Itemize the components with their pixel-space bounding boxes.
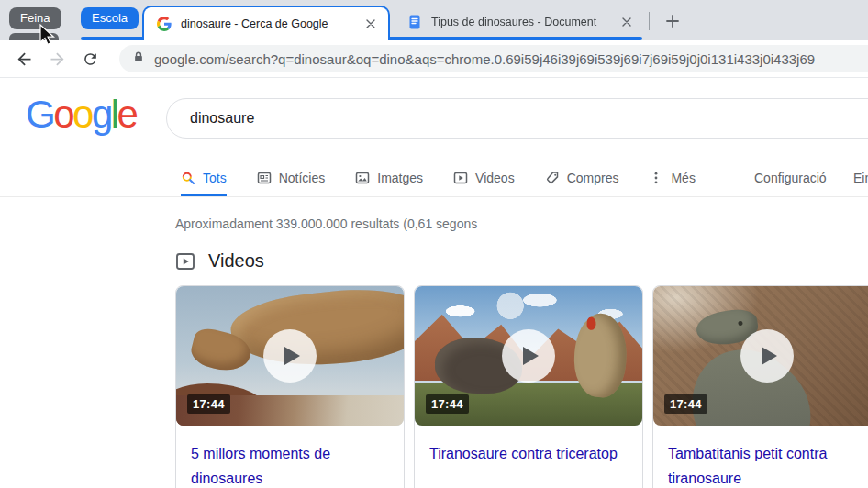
lock-icon	[132, 50, 145, 67]
nav-tab-label: Tots	[203, 171, 227, 185]
tab-divider	[649, 12, 650, 30]
browser-window: Feina Escola dinosaure - Cerca de Google	[0, 0, 868, 488]
nav-tab-label: Videos	[475, 171, 515, 185]
forward-button[interactable]	[45, 47, 69, 71]
video-duration-badge: 17:44	[426, 394, 469, 414]
video-title-link[interactable]: Tiranosaure contra triceratop	[415, 426, 642, 479]
video-duration-badge: 17:44	[664, 394, 707, 414]
videos-section-header: Videos	[175, 250, 264, 272]
nav-tab-label: Compres	[567, 171, 619, 185]
divider	[0, 196, 868, 197]
search-results-page: Google Tots Notícies	[0, 78, 868, 488]
tools-link[interactable]: Eines	[853, 171, 868, 185]
news-icon	[257, 171, 272, 185]
video-card: 17:44 Tiranosaure contra triceratop	[414, 285, 643, 488]
logo-letter: e	[117, 93, 137, 136]
result-stats: Aproximadament 339.000.000 resultats (0,…	[175, 216, 477, 231]
video-card: 17:44 Tambatitanis petit contra tiranosa…	[652, 285, 868, 488]
google-logo[interactable]: Google	[26, 95, 136, 134]
search-input[interactable]	[188, 109, 868, 128]
videos-section-icon	[175, 251, 195, 272]
browser-toolbar: google.com/search?q=dinosaur&oq=dino&aqs…	[0, 40, 868, 78]
nav-tab-tots[interactable]: Tots	[181, 160, 227, 196]
search-box[interactable]	[166, 98, 868, 139]
result-type-nav: Tots Notícies Imatges	[0, 160, 868, 196]
tab-title: Tipus de dinosaures - Document	[431, 16, 618, 28]
video-thumbnail[interactable]: 17:44	[415, 286, 642, 426]
video-icon	[453, 171, 468, 185]
nav-tab-label: Imatges	[377, 171, 423, 185]
videos-section-title: Videos	[208, 250, 264, 272]
video-duration-badge: 17:44	[187, 394, 230, 414]
more-vertical-icon	[649, 171, 663, 185]
nav-tab-videos[interactable]: Videos	[453, 160, 515, 196]
settings-link[interactable]: Configuració	[754, 171, 827, 185]
nav-tab-mes[interactable]: Més	[649, 160, 695, 196]
close-tab-icon[interactable]	[618, 14, 635, 30]
play-button-icon	[502, 329, 555, 383]
video-title-link[interactable]: Tambatitanis petit contra tiranosaure	[653, 426, 868, 488]
search-icon	[181, 171, 195, 185]
logo-letter: G	[26, 93, 53, 136]
video-title-link[interactable]: 5 millors moments de dinosaures	[176, 426, 404, 488]
google-docs-icon	[407, 15, 422, 29]
reload-button[interactable]	[78, 47, 102, 71]
tab-title: dinosaure - Cerca de Google	[181, 17, 362, 30]
tab-group-chip-escola[interactable]: Escola	[81, 7, 139, 29]
logo-letter: g	[92, 93, 111, 136]
tab-docs[interactable]: Tipus de dinosaures - Document	[396, 6, 642, 39]
nav-tab-compres[interactable]: Compres	[545, 160, 619, 196]
tab-google-search[interactable]: dinosaure - Cerca de Google	[142, 6, 390, 40]
image-icon	[355, 171, 370, 185]
logo-letter: o	[72, 93, 92, 136]
logo-letter: o	[53, 93, 72, 136]
tab-strip: Feina Escola dinosaure - Cerca de Google	[0, 0, 868, 40]
play-button-icon	[740, 329, 794, 383]
video-thumbnail[interactable]: 17:44	[653, 286, 868, 426]
nav-tab-imatges[interactable]: Imatges	[355, 160, 423, 196]
shopping-tag-icon	[545, 171, 560, 185]
close-tab-icon[interactable]	[362, 16, 379, 32]
back-button[interactable]	[12, 47, 36, 71]
video-results-row: 17:44 5 millors moments de dinosaures 17…	[175, 285, 868, 488]
nav-tab-label: Més	[671, 171, 695, 185]
play-button-icon	[263, 329, 317, 383]
google-favicon-icon	[157, 17, 172, 31]
video-card: 17:44 5 millors moments de dinosaures	[175, 285, 405, 488]
url-text: google.com/search?q=dinosaur&oq=dino&aqs…	[154, 51, 815, 67]
mouse-cursor	[39, 24, 55, 46]
nav-tab-label: Notícies	[279, 171, 326, 185]
nav-tab-noticies[interactable]: Notícies	[257, 160, 326, 196]
logo-letter: l	[111, 93, 117, 136]
video-thumbnail[interactable]: 17:44	[176, 286, 404, 426]
new-tab-button[interactable]	[661, 9, 684, 33]
address-bar[interactable]: google.com/search?q=dinosaur&oq=dino&aqs…	[119, 45, 868, 72]
